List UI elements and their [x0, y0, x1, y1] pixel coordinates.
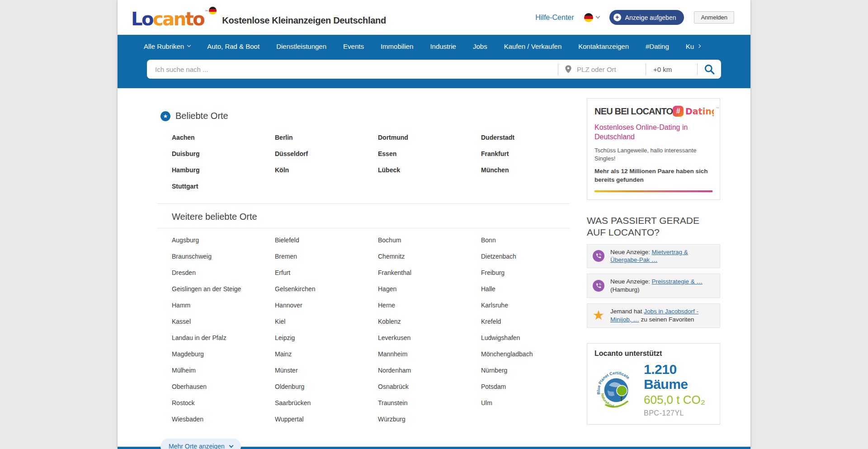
promo-title: NEU BEI LOCANTO: [594, 106, 673, 117]
nav-dienstleistungen[interactable]: Dienstleistungen: [270, 43, 333, 50]
city-link[interactable]: Halle: [481, 285, 584, 293]
city-link[interactable]: Dietzenbach: [481, 253, 584, 260]
nav-more-categories[interactable]: Ku: [679, 43, 707, 50]
city-link[interactable]: Ludwigshafen: [481, 334, 584, 341]
popular-cities-grid: AachenBerlinDortmundDuderstadtDuisburgDü…: [158, 121, 569, 190]
city-link[interactable]: Potsdam: [481, 383, 584, 390]
nav-events[interactable]: Events: [337, 43, 370, 50]
city-link[interactable]: Oberhausen: [172, 383, 275, 390]
city-link[interactable]: Mülheim: [172, 367, 275, 374]
dating-promo-link[interactable]: Kostenloses Online-Dating in Deutschland: [594, 123, 712, 142]
city-link[interactable]: Kiel: [275, 318, 378, 325]
language-selector[interactable]: [584, 13, 599, 22]
popular-places-header: ★ Beliebte Orte: [158, 88, 569, 121]
radius-select[interactable]: +0 km: [646, 66, 697, 73]
co2-amount: 605,0 t CO₂: [644, 393, 712, 407]
locanto-logo[interactable]: Locanto™: [131, 7, 218, 28]
city-link[interactable]: Mannheim: [378, 350, 481, 358]
city-link[interactable]: Oldenburg: [275, 383, 378, 390]
city-link[interactable]: Mönchengladbach: [481, 350, 584, 358]
city-link[interactable]: Karlsruhe: [481, 302, 584, 309]
activity-card: Neue Anzeige: Preisstrategie & … (Hambur…: [587, 274, 720, 298]
city-link[interactable]: Traunstein: [378, 399, 481, 406]
city-link[interactable]: Hamburg: [172, 166, 275, 174]
city-link[interactable]: Duderstadt: [481, 134, 584, 141]
location-field[interactable]: [558, 64, 646, 74]
nav-immobilien[interactable]: Immobilien: [374, 43, 420, 50]
more-cities-grid: AugsburgBielefeldBochumBonnBraunschweigB…: [158, 228, 569, 423]
city-link[interactable]: Magdeburg: [172, 350, 275, 358]
city-link[interactable]: Würzburg: [378, 416, 481, 423]
city-link[interactable]: Dresden: [172, 269, 275, 276]
city-link[interactable]: Wuppertal: [275, 416, 378, 423]
city-link[interactable]: Stuttgart: [172, 183, 275, 190]
location-input[interactable]: [576, 65, 639, 74]
chevron-down-icon: [595, 14, 600, 19]
city-link[interactable]: Lübeck: [378, 166, 481, 174]
city-link[interactable]: Essen: [378, 150, 481, 157]
city-link[interactable]: Leipzig: [275, 334, 378, 341]
nav-jobs[interactable]: Jobs: [467, 43, 494, 50]
city-link[interactable]: Köln: [275, 166, 378, 174]
city-link[interactable]: Nordenham: [378, 367, 481, 374]
city-link[interactable]: Landau in der Pfalz: [172, 334, 275, 341]
city-link[interactable]: Leverkusen: [378, 334, 481, 341]
city-link[interactable]: Münster: [275, 367, 378, 374]
city-link[interactable]: Dortmund: [378, 134, 481, 141]
city-link[interactable]: Braunschweig: [172, 253, 275, 260]
city-link[interactable]: Koblenz: [378, 318, 481, 325]
help-center-link[interactable]: Hilfe-Center: [535, 14, 574, 22]
city-link[interactable]: Kassel: [172, 318, 275, 325]
support-box: Locanto unterstützt Blue Planet Ce: [587, 343, 720, 425]
city-link[interactable]: Aachen: [172, 134, 275, 141]
city-link[interactable]: Erfurt: [275, 269, 378, 276]
city-link[interactable]: Herne: [378, 302, 481, 309]
city-link[interactable]: Wiesbaden: [172, 416, 275, 423]
post-ad-button[interactable]: + Anzeige aufgeben: [609, 10, 684, 25]
nav-kontaktanzeigen[interactable]: Kontaktanzeigen: [572, 43, 635, 50]
city-link[interactable]: Rostock: [172, 399, 275, 406]
city-link[interactable]: Bonn: [481, 236, 584, 244]
nav-auto-rad-boot[interactable]: Auto, Rad & Boot: [201, 43, 266, 50]
city-link[interactable]: Geislingen an der Steige: [172, 285, 275, 293]
city-link[interactable]: Ulm: [481, 399, 584, 406]
search-input[interactable]: [147, 66, 558, 73]
city-link[interactable]: Bochum: [378, 236, 481, 244]
login-button[interactable]: Anmelden: [694, 11, 734, 24]
city-link[interactable]: Bielefeld: [275, 236, 378, 244]
city-link[interactable]: Hamm: [172, 302, 275, 309]
search-bar: +0 km: [147, 60, 721, 79]
city-link[interactable]: Nürnberg: [481, 367, 584, 374]
ad-link[interactable]: Preisstrategie & …: [652, 278, 703, 285]
city-link[interactable]: München: [481, 166, 584, 174]
city-link[interactable]: Augsburg: [172, 236, 275, 244]
city-link[interactable]: Duisburg: [172, 150, 275, 157]
city-link[interactable]: Düsseldorf: [275, 150, 378, 157]
city-link[interactable]: Osnabrück: [378, 383, 481, 390]
show-more-places-button[interactable]: Mehr Orte anzeigen: [160, 439, 241, 449]
city-link[interactable]: Freiburg: [481, 269, 584, 276]
nav-alle-rubriken[interactable]: Alle Rubriken: [137, 43, 197, 50]
german-flag-icon: [584, 13, 593, 22]
nav-industrie[interactable]: Industrie: [424, 43, 462, 50]
nav-dating[interactable]: #Dating: [639, 43, 675, 50]
dating-promo-box: NEU BEI LOCANTO # Dating ™ Kostenloses O…: [587, 98, 720, 200]
city-link[interactable]: Saarbrücken: [275, 399, 378, 406]
city-link[interactable]: Krefeld: [481, 318, 584, 325]
popular-places-title: Beliebte Orte: [175, 111, 228, 121]
trademark-symbol: ™: [204, 9, 208, 14]
city-link[interactable]: Berlin: [275, 134, 378, 141]
logo-letter: n: [174, 9, 185, 29]
city-link[interactable]: Hannover: [275, 302, 378, 309]
city-link[interactable]: Frankenthal: [378, 269, 481, 276]
city-link[interactable]: Gelsenkirchen: [275, 285, 378, 293]
nav-kaufen-verkaufen[interactable]: Kaufen / Verkaufen: [498, 43, 568, 50]
city-link[interactable]: Hagen: [378, 285, 481, 293]
search-button[interactable]: [698, 60, 721, 79]
city-link[interactable]: Chemnitz: [378, 253, 481, 260]
city-link[interactable]: Mainz: [275, 350, 378, 358]
dating-logo[interactable]: # Dating ™: [673, 105, 719, 117]
city-link[interactable]: Frankfurt: [481, 150, 584, 157]
city-link[interactable]: Bremen: [275, 253, 378, 260]
search-icon: [703, 63, 716, 76]
